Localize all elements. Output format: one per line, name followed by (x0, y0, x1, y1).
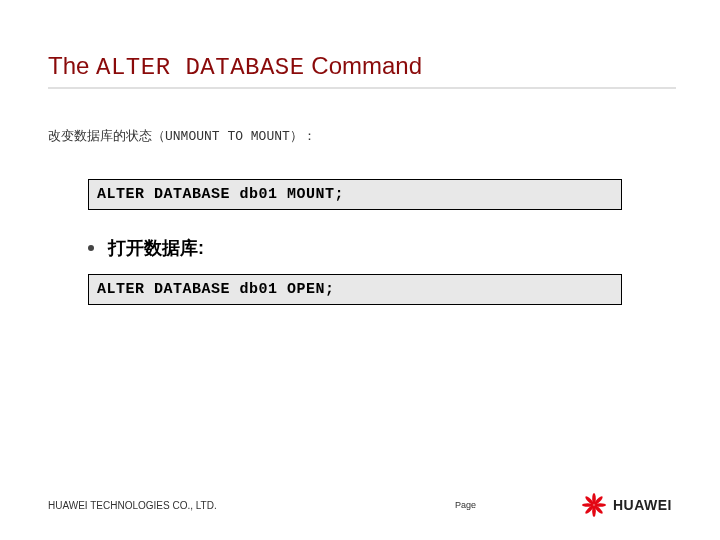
code-block-mount: ALTER DATABASE db01 MOUNT; (88, 179, 622, 210)
footer-page-label: Page (455, 500, 476, 510)
content-area: ALTER DATABASE db01 MOUNT; 打开数据库: ALTER … (48, 179, 672, 305)
subtitle-post: ）： (290, 128, 316, 143)
huawei-petal-icon (581, 492, 607, 518)
slide: The ALTER DATABASE Command 改变数据库的状态（UNMO… (0, 0, 720, 540)
footer-brand: HUAWEI (613, 497, 672, 513)
footer-company: HUAWEI TECHNOLOGIES CO., LTD. (48, 500, 217, 511)
bullet-row: 打开数据库: (88, 236, 622, 260)
subtitle: 改变数据库的状态（UNMOUNT TO MOUNT）： (48, 127, 672, 145)
subtitle-mono: UNMOUNT TO MOUNT (165, 129, 290, 144)
title-pre: The (48, 52, 96, 79)
title-mono: ALTER DATABASE (96, 54, 305, 81)
footer: HUAWEI TECHNOLOGIES CO., LTD. Page (0, 492, 720, 518)
code-block-open: ALTER DATABASE db01 OPEN; (88, 274, 622, 305)
title-post: Command (305, 52, 422, 79)
subtitle-pre: 改变数据库的状态（ (48, 128, 165, 143)
bullet-text: 打开数据库: (108, 236, 204, 260)
title-underline (48, 87, 676, 89)
bullet-icon (88, 245, 94, 251)
page-title: The ALTER DATABASE Command (48, 52, 672, 81)
footer-logo: HUAWEI (581, 492, 672, 518)
